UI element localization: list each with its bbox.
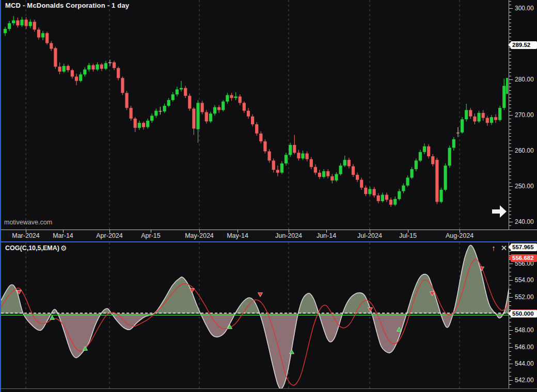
axis-tick xyxy=(509,268,511,268)
axis-tick xyxy=(509,40,511,41)
price-axis-label: 300.00 xyxy=(515,5,534,12)
axis-tick xyxy=(509,207,511,208)
axis-tick xyxy=(509,215,511,215)
axis-tick xyxy=(509,79,513,80)
indicator-axis-label: 552.00 xyxy=(515,293,534,301)
axis-tick xyxy=(509,51,511,52)
indicator-axis-label: 554.00 xyxy=(515,276,534,284)
axis-tick xyxy=(509,58,511,59)
axis-tick xyxy=(509,94,511,94)
oscillator-chart[interactable] xyxy=(1,242,509,389)
axis-tick xyxy=(509,301,511,302)
price-axis[interactable]: 240.00250.00260.00270.00280.00290.00300.… xyxy=(509,0,537,230)
axis-tick xyxy=(509,326,511,326)
axis-tick xyxy=(509,201,511,201)
price-axis-label: 260.00 xyxy=(515,147,534,154)
candlestick-series xyxy=(4,0,506,230)
axis-tick xyxy=(509,289,511,289)
axis-tick xyxy=(509,384,511,385)
indicator-panel-cog[interactable]: COG(C,10,5,EMA)⚙ ↑ ✕ xyxy=(1,242,509,389)
axis-tick xyxy=(509,136,511,137)
axis-tick xyxy=(509,222,513,222)
axis-tick xyxy=(509,12,511,12)
axis-tick xyxy=(509,69,511,69)
axis-tick xyxy=(509,169,511,169)
price-axis-label: 280.00 xyxy=(515,76,534,83)
axis-tick xyxy=(509,72,511,73)
axis-tick xyxy=(509,90,511,91)
axis-tick xyxy=(509,122,511,123)
axis-tick xyxy=(509,272,511,272)
move-panel-up-button[interactable]: ↑ xyxy=(489,243,498,253)
candlestick-chart[interactable] xyxy=(1,0,509,230)
watermark: motivewave.com xyxy=(4,219,52,226)
axis-tick xyxy=(509,318,511,318)
axis-tick xyxy=(509,133,511,134)
axis-tick xyxy=(509,161,511,162)
axis-tick xyxy=(509,347,513,348)
axis-tick xyxy=(509,26,511,27)
right-arrow-icon xyxy=(491,203,508,221)
axis-tick xyxy=(509,204,511,205)
axis-tick xyxy=(509,158,511,158)
axis-tick xyxy=(509,264,513,264)
axis-tick xyxy=(509,211,511,211)
axis-tick xyxy=(509,115,513,116)
axis-tick xyxy=(509,338,511,339)
axis-tick xyxy=(509,147,511,148)
axis-tick xyxy=(509,297,513,298)
axis-tick xyxy=(509,33,511,34)
time-axis-label: Jul-15 xyxy=(387,232,429,239)
jump-to-latest-button[interactable] xyxy=(491,203,508,221)
axis-tick xyxy=(509,376,511,377)
axis-tick xyxy=(509,8,513,9)
last-price-tag: 289.52 xyxy=(511,41,537,49)
axis-tick xyxy=(509,355,511,356)
axis-tick xyxy=(509,62,511,62)
axis-tick xyxy=(509,305,511,306)
axis-tick xyxy=(509,143,511,144)
axis-tick xyxy=(509,65,511,66)
axis-tick xyxy=(509,129,511,130)
time-axis-label: Apr-15 xyxy=(130,232,171,239)
cog-value-tag: 557.965 xyxy=(511,243,537,251)
axis-tick xyxy=(509,76,511,76)
axis-tick xyxy=(509,111,511,112)
close-indicator-button[interactable]: ✕ xyxy=(500,243,508,253)
axis-tick xyxy=(509,197,511,198)
panel-bottom-frame xyxy=(1,388,537,389)
axis-tick xyxy=(509,119,511,119)
price-chart-panel[interactable]: MCD - McDonalds Corporation - 1 day moti… xyxy=(1,0,509,230)
axis-tick xyxy=(509,225,511,226)
chart-window: MCD - McDonalds Corporation - 1 day moti… xyxy=(0,0,537,392)
axis-tick xyxy=(509,218,511,219)
zero-line-tag: 550.000 xyxy=(511,309,537,318)
axis-tick xyxy=(509,29,511,30)
axis-tick xyxy=(509,343,511,344)
axis-tick xyxy=(509,126,511,126)
axis-tick xyxy=(509,55,511,55)
time-axis-label: Mar-14 xyxy=(42,232,84,239)
price-axis-label: 270.00 xyxy=(515,111,534,119)
axis-tick xyxy=(509,101,511,101)
time-axis[interactable]: Mar-2024Mar-14Apr-2024Apr-15May-2024May-… xyxy=(1,230,537,242)
time-axis-label: Mar-2024 xyxy=(5,232,46,239)
axis-tick xyxy=(509,193,511,194)
chart-title: MCD - McDonalds Corporation - 1 day xyxy=(5,2,129,9)
axis-tick xyxy=(509,1,511,2)
indicator-label: COG(C,10,5,EMA) xyxy=(5,244,59,252)
axis-tick xyxy=(509,140,511,140)
axis-tick xyxy=(509,372,511,372)
axis-tick xyxy=(509,175,511,176)
axis-tick xyxy=(509,104,511,105)
time-axis-label: Apr-2024 xyxy=(89,232,130,239)
axis-tick xyxy=(509,380,513,381)
panel-divider-handle[interactable] xyxy=(1,241,537,242)
axis-tick xyxy=(509,364,513,364)
axis-tick xyxy=(509,97,511,98)
axis-tick xyxy=(509,15,511,16)
gear-icon[interactable]: ⚙ xyxy=(60,244,67,252)
axis-tick xyxy=(509,330,513,331)
indicator-axis[interactable]: 542.00544.00546.00548.00552.00554.00556.… xyxy=(509,242,537,389)
cog-area-below xyxy=(1,245,509,388)
